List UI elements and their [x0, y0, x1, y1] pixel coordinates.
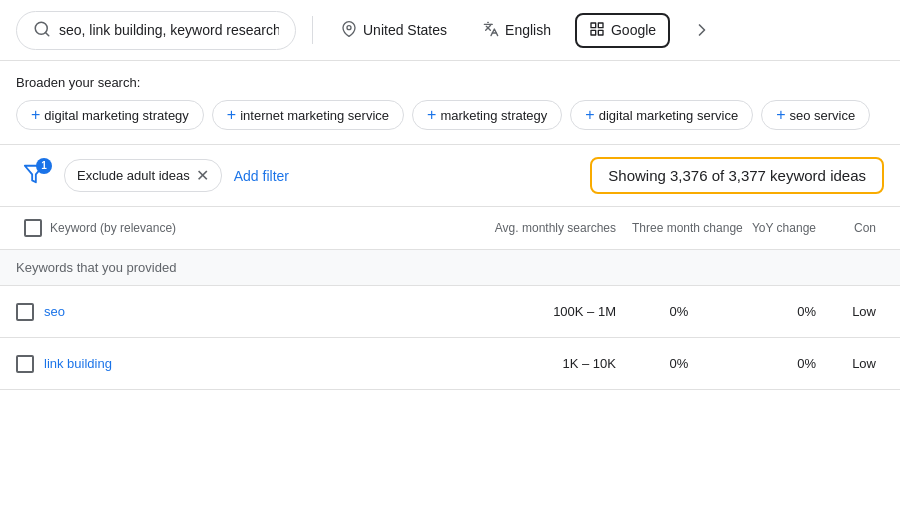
location-label: United States: [363, 22, 447, 38]
th-avg-monthly: Avg. monthly searches: [444, 209, 624, 247]
exclude-label: Exclude adult ideas: [77, 168, 190, 183]
cell-keyword: seo: [16, 303, 444, 321]
add-filter-button[interactable]: Add filter: [234, 168, 289, 184]
svg-rect-3: [591, 23, 596, 28]
chip-digital-marketing-service[interactable]: + digital marketing service: [570, 100, 753, 130]
search-box[interactable]: [16, 11, 296, 50]
th-keyword: Keyword (by relevance): [16, 207, 444, 249]
chip-label: seo service: [789, 108, 855, 123]
svg-rect-4: [598, 23, 603, 28]
exclude-adult-chip[interactable]: Exclude adult ideas ✕: [64, 159, 222, 192]
cell-yoy: 0%: [734, 304, 824, 319]
row-checkbox[interactable]: [16, 355, 34, 373]
svg-point-2: [347, 25, 351, 29]
engine-selector[interactable]: Google: [575, 13, 670, 48]
cell-competition: Low: [824, 304, 884, 319]
search-input[interactable]: [59, 22, 279, 38]
th-three-month: Three month change: [624, 209, 734, 247]
cell-three-month: 0%: [624, 356, 734, 371]
cell-competition: Low: [824, 356, 884, 371]
cell-three-month: 0%: [624, 304, 734, 319]
chip-plus-icon: +: [776, 107, 785, 123]
keyword-text: seo: [44, 304, 65, 319]
chip-digital-marketing-strategy[interactable]: + digital marketing strategy: [16, 100, 204, 130]
cell-avg: 1K – 10K: [444, 356, 624, 371]
chip-internet-marketing-service[interactable]: + internet marketing service: [212, 100, 404, 130]
cell-avg: 100K – 1M: [444, 304, 624, 319]
cell-keyword: link building: [16, 355, 444, 373]
remove-filter-button[interactable]: ✕: [196, 166, 209, 185]
header: United States English Google: [0, 0, 900, 61]
broaden-label: Broaden your search:: [16, 75, 140, 90]
table-row: link building 1K – 10K 0% 0% Low: [0, 338, 900, 390]
table-row: seo 100K – 1M 0% 0% Low: [0, 286, 900, 338]
chip-plus-icon: +: [427, 107, 436, 123]
filter-badge: 1: [36, 158, 52, 174]
svg-rect-5: [591, 30, 596, 35]
row-checkbox[interactable]: [16, 303, 34, 321]
table-header: Keyword (by relevance) Avg. monthly sear…: [0, 207, 900, 250]
filter-icon-wrapper[interactable]: 1: [16, 158, 52, 194]
chip-plus-icon: +: [585, 107, 594, 123]
showing-badge: Showing 3,376 of 3,377 keyword ideas: [590, 157, 884, 194]
chip-label: internet marketing service: [240, 108, 389, 123]
broaden-section: Broaden your search: + digital marketing…: [0, 61, 900, 145]
th-competition: Con: [824, 209, 884, 247]
section-label: Keywords that you provided: [0, 250, 900, 286]
chip-label: marketing strategy: [440, 108, 547, 123]
language-icon: [483, 21, 499, 40]
filter-bar: 1 Exclude adult ideas ✕ Add filter Showi…: [0, 145, 900, 207]
chip-label: digital marketing service: [599, 108, 738, 123]
chip-plus-icon: +: [227, 107, 236, 123]
engine-icon: [589, 21, 605, 40]
location-icon: [341, 21, 357, 40]
search-icon: [33, 20, 51, 41]
svg-line-1: [45, 32, 48, 35]
chip-label: digital marketing strategy: [44, 108, 189, 123]
broaden-chips: + digital marketing strategy + internet …: [16, 100, 870, 130]
select-all-checkbox[interactable]: [24, 219, 42, 237]
th-yoy: YoY change: [734, 209, 824, 247]
next-nav-button[interactable]: [682, 10, 722, 50]
chip-seo-service[interactable]: + seo service: [761, 100, 870, 130]
cell-yoy: 0%: [734, 356, 824, 371]
language-selector[interactable]: English: [471, 15, 563, 46]
chip-marketing-strategy[interactable]: + marketing strategy: [412, 100, 562, 130]
header-divider: [312, 16, 313, 44]
chip-plus-icon: +: [31, 107, 40, 123]
language-label: English: [505, 22, 551, 38]
engine-label: Google: [611, 22, 656, 38]
keyword-text: link building: [44, 356, 112, 371]
location-selector[interactable]: United States: [329, 15, 459, 46]
svg-rect-6: [598, 30, 603, 35]
